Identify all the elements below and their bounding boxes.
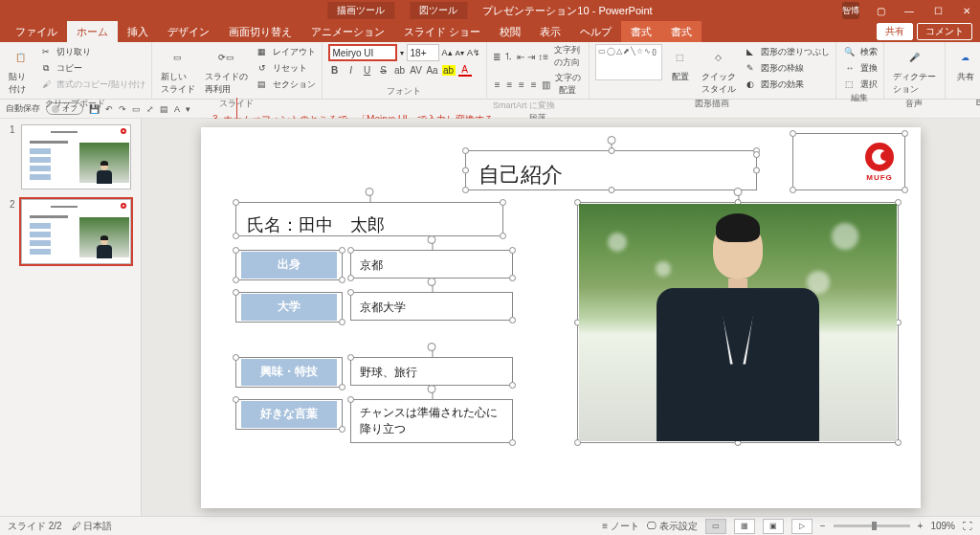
close-button[interactable]: ✕ [953,0,980,21]
rotate-handle-icon[interactable] [428,235,436,244]
display-settings-button[interactable]: 🖵 表示設定 [647,520,698,533]
tab-slideshow[interactable]: スライド ショー [394,21,490,42]
columns-button[interactable]: ▥ [541,79,550,90]
resize-handle[interactable] [509,317,516,323]
resize-handle[interactable] [233,354,239,361]
resize-handle[interactable] [500,199,506,206]
font-name-dropdown-icon[interactable]: ▾ [400,49,404,57]
slider-thumb-icon[interactable] [872,522,877,530]
resize-handle[interactable] [339,319,345,325]
tab-insert[interactable]: 挿入 [118,21,158,42]
quick-styles-button[interactable]: ◇クイック スタイル [699,44,739,98]
shape-fill-button[interactable]: ◣図形の塗りつぶし [743,44,830,59]
tab-drawing-format[interactable]: 書式 [621,21,661,42]
resize-handle[interactable] [347,247,354,254]
reset-button[interactable]: ↺リセット [255,60,316,76]
resize-handle[interactable] [509,247,516,254]
copy-button[interactable]: ⧉コピー [38,60,145,76]
justify-button[interactable]: ≡ [529,79,539,90]
layout-button[interactable]: ▦レイアウト [255,44,316,59]
text-direction-button[interactable]: 文字列の方向 [551,44,583,69]
bold-button[interactable]: B [328,65,342,76]
resize-handle[interactable] [233,289,239,296]
align-right-button[interactable]: ≡ [517,79,526,90]
tab-home[interactable]: ホーム [67,21,118,42]
notes-button[interactable]: ≡ ノート [602,520,639,533]
tab-transitions[interactable]: 画面切り替え [219,21,301,42]
tab-file[interactable]: ファイル [6,21,67,42]
minimize-button[interactable]: — [896,0,923,21]
rotate-handle-icon[interactable] [734,188,743,196]
paste-button[interactable]: 📋 貼り付け [6,44,34,98]
resize-handle[interactable] [347,289,354,296]
line-spacing-button[interactable]: ↕≡ [538,52,548,62]
resize-handle[interactable] [347,354,354,361]
align-center-button[interactable]: ≡ [505,79,515,90]
decrease-font-icon[interactable]: A▾ [456,49,464,57]
align-left-button[interactable]: ≡ [493,79,502,90]
shadow-button[interactable]: ab [393,65,407,76]
bullets-button[interactable]: ≣ [493,52,501,62]
maximize-button[interactable]: ☐ [924,0,951,21]
shape-effects-button[interactable]: ◐図形の効果 [743,77,830,92]
find-button[interactable]: 🔍検索 [842,44,878,59]
font-name-input[interactable]: Meiryo UI [328,44,397,61]
rotate-handle-icon[interactable] [428,343,436,351]
ribbon-display-options-icon[interactable]: ▢ [867,0,894,21]
rotate-handle-icon[interactable] [428,385,436,393]
highlight-button[interactable]: ab [442,65,456,76]
resize-handle[interactable] [509,439,516,446]
font-color-button[interactable]: A [458,64,472,77]
zoom-level[interactable]: 109% [930,521,955,531]
resize-handle[interactable] [233,247,239,254]
resize-handle[interactable] [509,275,516,281]
resize-handle[interactable] [462,187,469,193]
resize-handle[interactable] [339,247,345,254]
tab-animations[interactable]: アニメーション [301,21,394,42]
cut-button[interactable]: ✂切り取り [38,44,145,59]
normal-view-button[interactable]: ▭ [705,519,726,534]
ribbon-share-button[interactable]: ☁共有 [951,44,980,85]
rotate-handle-icon[interactable] [607,136,615,145]
slide-thumbnail-1[interactable] [21,124,131,189]
resize-handle[interactable] [608,187,614,193]
dictate-button[interactable]: 🎤ディクテー ション [890,44,939,98]
resize-handle[interactable] [462,167,469,173]
resize-handle[interactable] [608,147,614,154]
slide-canvas-area[interactable]: 自己紹介 氏名：田中 太郎 出身 京都 大学 京都大学 興味・特技 野球、旅行 … [142,119,980,516]
reuse-slides-button[interactable]: ⟳▭スライドの 再利用 [202,44,251,98]
resize-handle[interactable] [347,396,354,403]
comment-button[interactable]: コメント [917,23,972,40]
new-slide-button[interactable]: ▭新しい スライド [158,44,198,98]
font-size-input[interactable]: 18+ [407,44,439,61]
select-button[interactable]: ⬚選択 [842,77,878,92]
resize-handle[interactable] [233,233,239,239]
resize-handle[interactable] [509,382,516,389]
resize-handle[interactable] [347,275,354,281]
smartart-convert-button[interactable]: SmartArt に変換 [493,100,555,112]
share-button[interactable]: 共有 [877,23,913,40]
tab-picture-format[interactable]: 書式 [661,21,702,42]
user-avatar[interactable]: 智博 [842,2,859,19]
resize-handle[interactable] [462,147,469,154]
italic-button[interactable]: I [345,65,358,76]
resize-handle[interactable] [233,199,239,206]
resize-handle[interactable] [790,187,796,193]
resize-handle[interactable] [500,233,506,239]
strike-button[interactable]: S [377,65,390,76]
char-spacing-button[interactable]: AV [410,65,423,76]
clear-format-icon[interactable]: A↯ [467,48,480,57]
format-painter-button[interactable]: 🖌書式のコピー/貼り付け [38,77,145,92]
tab-help[interactable]: ヘルプ [570,21,621,42]
zoom-in-button[interactable]: + [918,521,924,531]
arrange-button[interactable]: ⬚配置 [666,44,695,85]
resize-handle[interactable] [902,187,908,193]
qat-icon-2[interactable]: ⤢ [146,104,154,114]
slide-position[interactable]: スライド 2/2 [8,520,62,533]
resize-handle[interactable] [233,277,239,283]
tab-view[interactable]: 表示 [530,21,570,42]
tab-design[interactable]: デザイン [158,21,219,42]
indent-dec-button[interactable]: ⇤ [516,52,523,62]
slide[interactable]: 自己紹介 氏名：田中 太郎 出身 京都 大学 京都大学 興味・特技 野球、旅行 … [201,127,921,508]
zoom-slider[interactable] [834,524,910,527]
